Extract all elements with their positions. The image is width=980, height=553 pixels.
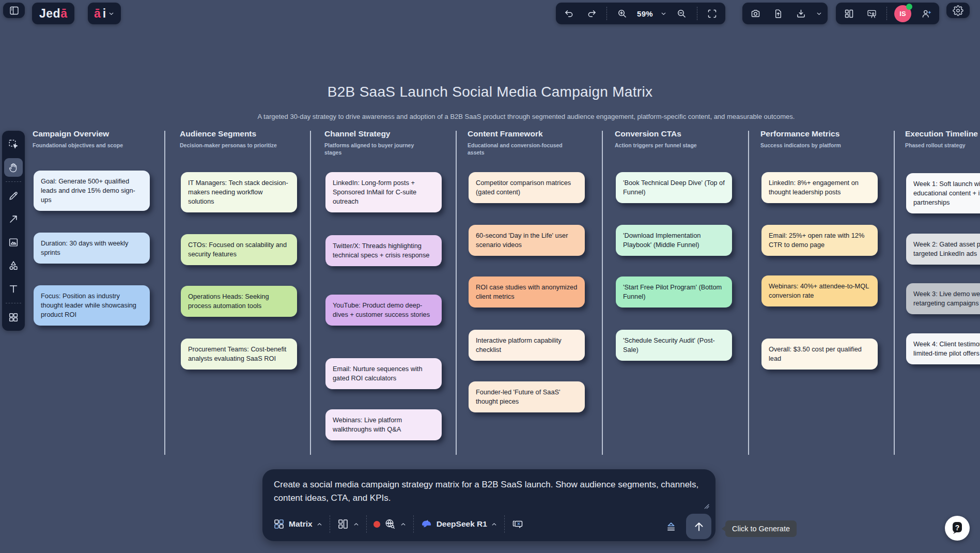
tool-select-button[interactable] [4,135,23,153]
image-icon [8,237,19,248]
zoom-dropdown-chevron-icon[interactable] [660,10,667,17]
sticky-note[interactable]: Week 3: Live demo week + retargeting cam… [906,283,980,314]
column-subtitle[interactable]: Foundational objectives and scope [33,142,136,149]
zoom-out-button[interactable] [674,6,690,21]
sticky-note[interactable]: Week 2: Gated asset promotion + targeted… [906,234,980,265]
divider [366,515,367,533]
tool-shapes-button[interactable] [4,256,23,275]
tool-text-button[interactable] [4,280,23,298]
ai-menu-button[interactable]: āi [88,3,121,24]
prompt-input[interactable]: Create a social media campaign strategy … [262,469,715,513]
help-button[interactable]: ? [945,516,970,541]
sticky-note[interactable]: 'Schedule Security Audit' (Post-Sale) [616,330,732,361]
board-views-button[interactable] [841,6,857,21]
sticky-note[interactable]: ROI case studies with anonymized client … [469,276,585,308]
tool-hand-button[interactable] [4,158,23,177]
resize-handle-icon[interactable] [704,503,709,509]
sticky-note[interactable]: IT Managers: Tech stack decision-makers … [181,172,297,212]
jeda-logo-button[interactable]: Jedā [32,3,74,24]
column-title[interactable]: Performance Metrics [760,129,880,139]
ai-prompt-panel: Create a social media campaign strategy … [262,469,715,541]
sticky-note[interactable]: Webinars: 40%+ attendee-to-MQL conversio… [761,275,878,306]
sticky-note[interactable]: Overall: $3.50 cost per qualified lead [761,339,878,370]
sticky-note[interactable]: YouTube: Product demo deep-dives + custo… [325,295,442,326]
column-divider [602,131,603,455]
sticky-note[interactable]: Week 1: Soft launch with educational con… [906,173,980,213]
settings-button[interactable] [946,3,970,18]
sticky-note[interactable]: Duration: 30 days with weekly sprints [34,233,150,264]
collapse-panel-button[interactable] [664,519,678,534]
sidebar-toggle-button[interactable] [3,3,25,18]
sticky-note[interactable]: Interactive platform capability checklis… [469,330,585,361]
model-selector[interactable]: DeepSeek R1 [421,518,497,530]
column-subtitle[interactable]: Platforms aligned to buyer journey stage… [324,142,428,156]
sticky-note[interactable]: Week 4: Client testimonials + limited-ti… [906,333,980,364]
sticky-note[interactable]: 'Book Technical Deep Dive' (Top of Funne… [616,172,732,203]
column-subtitle[interactable]: Success indicators by platform [760,142,864,149]
tool-pencil-button[interactable] [4,187,23,205]
arrow-icon [8,213,19,225]
fit-screen-button[interactable] [705,6,720,21]
board-title[interactable]: B2B SaaS Launch Social Media Campaign Ma… [0,84,980,100]
views-collaboration-toolbar: IS [836,3,939,24]
jeda-ai-whiteboard: { "app": { "logo": { "prefix": "Jed", "a… [0,0,980,553]
column-subtitle[interactable]: Phased rollout strategy [905,142,980,149]
column-subtitle[interactable]: Decision-maker personas to prioritize [180,142,283,149]
chevron-up-icon [316,521,323,528]
sticky-note[interactable]: 60-second 'Day in the Life' user scenari… [469,225,585,256]
divider [330,515,330,533]
generate-button[interactable] [686,514,711,539]
column-title[interactable]: Audience Segments [180,129,300,139]
avatar-initials: IS [899,10,906,18]
file-upload-button[interactable] [770,6,786,21]
template-selector[interactable]: Matrix [273,518,323,530]
sticky-note[interactable]: 'Start Free Pilot Program' (Bottom Funne… [616,276,732,308]
logo-text: Jed [39,7,60,21]
board-subtitle[interactable]: A targeted 30-day strategy to drive awar… [36,113,980,120]
download-options-chevron-icon[interactable] [816,10,822,17]
column-title[interactable]: Content Framework [468,129,587,139]
download-button[interactable] [793,6,808,21]
tool-arrow-button[interactable] [4,210,23,228]
sticky-note[interactable]: Procurement Teams: Cost-benefit analysts… [181,339,297,370]
matrix-column-2: Audience SegmentsDecision-maker personas… [180,129,300,149]
capture-export-toolbar [742,3,828,24]
template-label: Matrix [289,519,313,529]
sticky-note[interactable]: Twitter/X: Threads highlighting technica… [325,235,442,266]
zoom-in-button[interactable] [614,6,630,21]
screenshot-camera-button[interactable] [748,6,763,21]
column-title[interactable]: Channel Strategy [324,129,444,139]
sticky-note[interactable]: LinkedIn: 8%+ engagement on thought lead… [761,172,878,203]
sticky-note[interactable]: 'Download Implementation Playbook' (Midd… [616,225,732,256]
tool-image-button[interactable] [4,233,23,252]
sticky-note[interactable]: CTOs: Focused on scalability and securit… [181,234,297,265]
column-subtitle[interactable]: Educational and conversion-focused asset… [468,142,571,156]
sticky-note[interactable]: Focus: Position as industry thought lead… [34,285,150,326]
clear-chat-button[interactable] [511,518,524,530]
zoom-level[interactable]: 59% [637,9,653,18]
sticky-note[interactable]: Founder-led 'Future of SaaS' thought pie… [469,381,585,412]
sticky-note[interactable]: Email: 25%+ open rate with 12% CTR to de… [761,225,878,256]
sticky-note[interactable]: Email: Nurture sequences with gated ROI … [325,358,442,389]
sticky-note[interactable]: Operations Heads: Seeking process automa… [181,286,297,317]
undo-button[interactable] [561,6,577,21]
matrix-column-4: Content FrameworkEducational and convers… [468,129,587,156]
column-subtitle[interactable]: Action triggers per funnel stage [615,142,718,149]
column-title[interactable]: Campaign Overview [33,129,152,139]
column-title[interactable]: Execution Timeline [905,129,980,139]
layout-selector[interactable] [337,518,360,530]
column-title[interactable]: Conversion CTAs [615,129,735,139]
sticky-note[interactable]: Webinars: Live platform walkthroughs wit… [325,409,442,440]
svg-text:?: ? [955,524,960,532]
sidebar-panel-icon [6,3,22,18]
redo-button[interactable] [584,6,599,21]
online-status-dot [906,4,912,10]
sticky-note[interactable]: Competitor comparison matrices (gated co… [469,172,585,203]
sticky-note[interactable]: LinkedIn: Long-form posts + Sponsored In… [325,172,442,212]
sticky-note[interactable]: Goal: Generate 500+ qualified leads and … [34,171,150,211]
invite-user-button[interactable] [919,6,934,21]
user-avatar[interactable]: IS [894,5,911,22]
web-access-selector[interactable]: www [374,518,407,530]
tool-grid-button[interactable] [4,308,23,327]
present-button[interactable] [864,6,879,21]
